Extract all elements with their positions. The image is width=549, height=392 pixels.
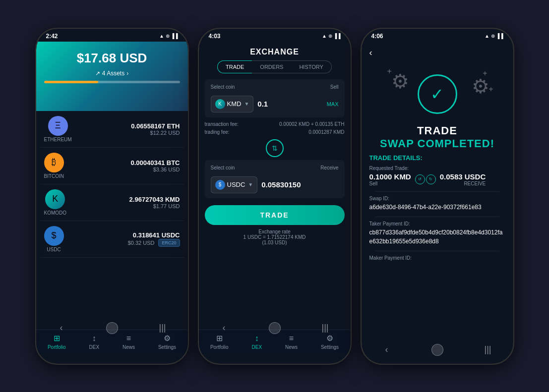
tx-fee-label: transaction fee: xyxy=(205,121,239,127)
gear-icon-right: ⚙ xyxy=(472,75,489,98)
trade-arrows: ↺ ↻ xyxy=(415,174,436,184)
portfolio-balance: $17.68 USD xyxy=(44,51,180,66)
sell-amount: 0.1000 KMD xyxy=(369,172,411,181)
checkmark-icon: ✓ xyxy=(430,85,444,104)
rate-label: Exchange rate xyxy=(199,229,351,234)
requested-trade-amounts: 0.1000 KMD Sell ↺ ↻ 0.0583 USDC RECEIVE xyxy=(369,172,505,186)
trade-details-title: TRADE DETAILS: xyxy=(369,154,505,162)
usdc-name: USDC xyxy=(47,247,61,252)
nav-settings-label-1: Settings xyxy=(158,344,176,350)
bottom-bar-3: ‹ ||| xyxy=(362,340,513,364)
btc-usd: $3.36 USD xyxy=(69,167,180,172)
asset-item-usdc[interactable]: $ USDC 0.318641 USDC $0.32 USD ERC20 xyxy=(40,221,184,258)
swap-id-value: a6de630d-8496-47b4-a22e-90372f661e83 xyxy=(369,203,505,212)
gear-icon-left: ⚙ xyxy=(391,70,409,93)
requested-trade-row: Requested Trade: 0.1000 KMD Sell ↺ ↻ 0.0… xyxy=(369,166,505,186)
bottom-bar-1: ‹ ||| xyxy=(36,318,188,342)
receive-coin-select[interactable]: $ USDC ▼ xyxy=(211,176,258,193)
divider-1 xyxy=(375,191,499,192)
sell-coin-select[interactable]: K KMD ▼ xyxy=(211,96,254,112)
eth-icon-wrap: Ξ ETHEREUM xyxy=(44,116,72,142)
sell-coin-row: K KMD ▼ 0.1 MAX xyxy=(211,96,339,112)
fee-info: transaction fee: 0.00002 KMD + 0.00135 E… xyxy=(199,120,351,136)
status-time-3: 4:06 xyxy=(371,33,383,40)
kmd-name: KOMODO xyxy=(44,210,67,216)
asset-item-btc[interactable]: ₿ BITCOIN 0.00040341 BTC $3.36 USD xyxy=(40,148,184,184)
trend-icon: ↗ xyxy=(95,70,100,77)
exchange-tabs: TRADE ORDERS HISTORY xyxy=(199,60,351,79)
home-btn-2[interactable] xyxy=(269,322,281,334)
rate-usd: (1.03 USD) xyxy=(199,240,351,245)
asset-item-eth[interactable]: Ξ ETHEREUM 0.06558167 ETH $12.22 USD xyxy=(40,111,184,148)
tx-fee-value: 0.00002 KMD + 0.00135 ETH xyxy=(279,120,344,128)
receive-dropdown-icon: ▼ xyxy=(248,182,253,187)
kmd-amount: 2.96727043 KMD xyxy=(71,196,180,203)
back-button-3[interactable]: ‹ xyxy=(362,42,513,60)
nav-portfolio-label: Portfolio xyxy=(48,344,66,350)
sell-coin-name: KMD xyxy=(227,100,242,108)
recents-btn-1[interactable]: ||| xyxy=(157,322,169,334)
back-btn-3[interactable]: ‹ xyxy=(381,344,393,356)
usdc-amount: 0.318641 USDC xyxy=(69,231,180,239)
status-bar-3: 4:06 ▲ ⊕ ▐▐ xyxy=(362,29,513,42)
asset-item-kmd[interactable]: K KOMODO 2.96727043 KMD $1.77 USD xyxy=(40,184,184,221)
assets-count: 4 Assets xyxy=(102,70,124,77)
nav-portfolio-label-2: Portfolio xyxy=(210,344,229,350)
divider-3 xyxy=(375,251,499,251)
progress-bar-container xyxy=(44,81,180,83)
trade-button[interactable]: TRADE xyxy=(205,205,345,225)
usdc-usd: $0.32 USD xyxy=(128,240,155,246)
receive-amount: 0.0583 USDC xyxy=(440,172,486,181)
maker-payment-row: Maker Payment ID: xyxy=(369,255,505,261)
usdc-icon: $ xyxy=(44,226,64,246)
phone-trade-complete: 4:06 ▲ ⊕ ▐▐ ‹ + ⚙ ✓ ⚙ + + TRADE SWAP COM… xyxy=(361,28,514,365)
swap-direction-btn[interactable]: ⇅ xyxy=(266,139,284,157)
back-btn-2[interactable]: ‹ xyxy=(218,322,230,334)
receive-coin-label: Select coin xyxy=(211,165,235,170)
home-btn-3[interactable] xyxy=(431,344,443,356)
exchange-rate-info: Exchange rate 1 USDC = 1.71522174 KMD (1… xyxy=(199,229,351,247)
arrow-left-icon: ↺ xyxy=(415,174,425,184)
rate-value: 1 USDC = 1.71522174 KMD xyxy=(199,234,351,240)
sell-value[interactable]: 0.1 xyxy=(257,100,322,108)
phone-portfolio: 2:42 ▲ ⊕ ▐▐ $17.68 USD ↗ 4 Assets › Ξ ET… xyxy=(35,28,189,365)
sell-label: Sell xyxy=(330,84,339,90)
back-btn-1[interactable]: ‹ xyxy=(56,322,67,334)
status-bar-2: 4:03 ▲ ⊕ ▐▐ xyxy=(199,29,351,42)
plus-deco-2: + xyxy=(483,69,487,78)
btc-name: BITCOIN xyxy=(44,173,64,179)
kmd-usd: $1.77 USD xyxy=(71,203,180,209)
usdc-coin-icon: $ xyxy=(215,180,225,190)
home-btn-1[interactable] xyxy=(106,322,118,334)
sell-col: 0.1000 KMD Sell xyxy=(369,172,411,186)
usdc-info: 0.318641 USDC $0.32 USD ERC20 xyxy=(69,231,180,247)
bottom-bar-2: ‹ ||| xyxy=(199,318,351,342)
assets-link[interactable]: ↗ 4 Assets › xyxy=(44,70,180,77)
recents-btn-2[interactable]: ||| xyxy=(319,322,331,334)
trading-fee-label: trading fee: xyxy=(205,129,230,135)
swap-id-row: Swap ID: a6de630d-8496-47b4-a22e-90372f6… xyxy=(369,196,505,212)
max-label[interactable]: MAX xyxy=(327,101,339,107)
taker-payment-label: Taker Payment ID: xyxy=(369,221,505,226)
btc-icon: ₿ xyxy=(44,153,64,172)
receive-coin-name: USDC xyxy=(227,181,245,188)
tab-orders[interactable]: ORDERS xyxy=(252,60,291,73)
tab-history[interactable]: HISTORY xyxy=(291,60,332,73)
kmd-info: 2.96727043 KMD $1.77 USD xyxy=(71,196,180,209)
tab-trade[interactable]: TRADE xyxy=(217,60,252,73)
status-time-2: 4:03 xyxy=(209,33,221,40)
btc-info: 0.00040341 BTC $3.36 USD xyxy=(69,159,180,172)
recents-btn-3[interactable]: ||| xyxy=(482,344,494,356)
requested-trade-label: Requested Trade: xyxy=(369,166,505,171)
sell-coin-label: Select coin xyxy=(211,84,235,90)
nav-news-label-2: News xyxy=(285,344,298,350)
trade-word: TRADE xyxy=(369,124,505,137)
status-time-1: 2:42 xyxy=(46,33,58,40)
kmd-coin-icon: K xyxy=(215,99,225,109)
eth-info: 0.06558167 ETH $12.22 USD xyxy=(77,122,180,136)
eth-amount: 0.06558167 ETH xyxy=(77,122,180,130)
coin-dropdown-icon: ▼ xyxy=(244,101,249,107)
receive-label: Receive xyxy=(320,165,338,170)
btc-icon-wrap: ₿ BITCOIN xyxy=(44,153,64,179)
eth-icon: Ξ xyxy=(48,116,68,136)
